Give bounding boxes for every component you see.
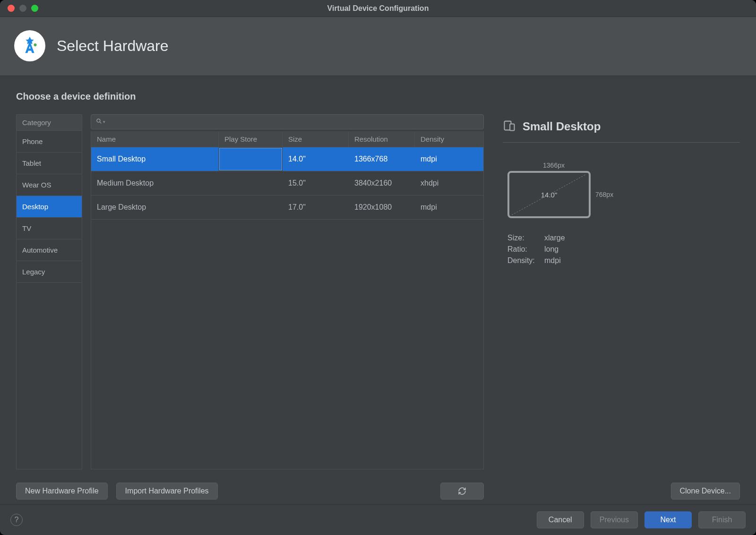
col-name[interactable]: Name bbox=[91, 131, 219, 147]
page-title: Select Hardware bbox=[57, 37, 169, 55]
col-size[interactable]: Size bbox=[283, 131, 349, 147]
content: Category Phone Tablet Wear OS Desktop TV… bbox=[16, 114, 740, 504]
category-item-automotive[interactable]: Automotive bbox=[17, 239, 82, 261]
prop-ratio-label: Ratio: bbox=[507, 244, 544, 255]
table-row[interactable]: Large Desktop 17.0" 1920x1080 mdpi bbox=[91, 195, 483, 220]
cell-name: Medium Desktop bbox=[91, 171, 219, 195]
device-rect: 14.0" bbox=[507, 171, 591, 218]
left-pane: Category Phone Tablet Wear OS Desktop TV… bbox=[16, 114, 484, 504]
category-item-wear-os[interactable]: Wear OS bbox=[17, 174, 82, 196]
detail-header: Small Desktop bbox=[503, 119, 740, 143]
cell-size: 17.0" bbox=[283, 195, 349, 219]
category-item-tv[interactable]: TV bbox=[17, 218, 82, 239]
device-table: Name Play Store Size Resolution Density … bbox=[91, 131, 484, 469]
category-item-legacy[interactable]: Legacy bbox=[17, 261, 82, 283]
cell-play-store bbox=[219, 171, 283, 195]
category-item-tablet[interactable]: Tablet bbox=[17, 153, 82, 174]
device-table-area: ▾ Name Play Store Size Resolution Densit… bbox=[91, 114, 484, 469]
window-title: Virtual Device Configuration bbox=[0, 4, 756, 13]
cell-name: Small Desktop bbox=[91, 147, 219, 171]
help-icon: ? bbox=[15, 516, 19, 524]
col-density[interactable]: Density bbox=[415, 131, 483, 147]
svg-point-0 bbox=[34, 43, 36, 46]
window: Virtual Device Configuration Select Hard… bbox=[0, 0, 756, 535]
category-list: Category Phone Tablet Wear OS Desktop TV… bbox=[16, 114, 82, 469]
col-resolution[interactable]: Resolution bbox=[349, 131, 415, 147]
search-icon bbox=[96, 118, 102, 126]
cell-size: 15.0" bbox=[283, 171, 349, 195]
cell-size: 14.0" bbox=[283, 147, 349, 171]
device-diagram: 1366px 14.0" 768px bbox=[507, 161, 626, 218]
close-window-icon[interactable] bbox=[8, 5, 15, 12]
col-play-store[interactable]: Play Store bbox=[219, 131, 283, 147]
category-header: Category bbox=[17, 115, 82, 131]
prop-ratio-value: long bbox=[544, 244, 558, 255]
prop-density-label: Density: bbox=[507, 255, 544, 266]
section-title: Choose a device definition bbox=[16, 91, 740, 102]
previous-button[interactable]: Previous bbox=[591, 511, 638, 528]
cell-density: xhdpi bbox=[415, 171, 483, 195]
cell-resolution: 1366x768 bbox=[349, 147, 415, 171]
minimize-window-icon[interactable] bbox=[19, 5, 26, 12]
new-hardware-profile-button[interactable]: New Hardware Profile bbox=[16, 483, 108, 500]
detail-props: Size: xlarge Ratio: long Density: mdpi bbox=[507, 232, 740, 266]
cell-name: Large Desktop bbox=[91, 195, 219, 219]
next-button[interactable]: Next bbox=[644, 511, 692, 528]
cell-resolution: 3840x2160 bbox=[349, 171, 415, 195]
titlebar: Virtual Device Configuration bbox=[0, 0, 756, 17]
table-header-row: Name Play Store Size Resolution Density bbox=[91, 131, 483, 147]
svg-line-5 bbox=[512, 174, 586, 215]
cancel-button[interactable]: Cancel bbox=[537, 511, 584, 528]
category-item-phone[interactable]: Phone bbox=[17, 131, 82, 153]
maximize-window-icon[interactable] bbox=[31, 5, 38, 12]
table-row[interactable]: Medium Desktop 15.0" 3840x2160 xhdpi bbox=[91, 171, 483, 195]
svg-point-1 bbox=[97, 119, 100, 122]
prop-density-value: mdpi bbox=[544, 255, 561, 266]
wizard-footer: ? Cancel Previous Next Finish bbox=[0, 504, 756, 535]
cell-density: mdpi bbox=[415, 147, 483, 171]
finish-button[interactable]: Finish bbox=[698, 511, 746, 528]
page-header: Select Hardware bbox=[0, 17, 756, 76]
prop-size-value: xlarge bbox=[544, 232, 565, 244]
cell-density: mdpi bbox=[415, 195, 483, 219]
table-row[interactable]: Small Desktop 14.0" 1366x768 mdpi bbox=[91, 147, 483, 171]
detail-pane: Small Desktop 1366px 14.0" 768px bbox=[503, 114, 740, 504]
prop-size-label: Size: bbox=[507, 232, 544, 244]
help-button[interactable]: ? bbox=[10, 514, 23, 526]
category-item-desktop[interactable]: Desktop bbox=[17, 196, 82, 218]
svg-rect-4 bbox=[510, 124, 514, 131]
clone-device-button[interactable]: Clone Device... bbox=[671, 483, 740, 500]
svg-line-2 bbox=[100, 122, 101, 123]
body: Choose a device definition Category Phon… bbox=[0, 76, 756, 504]
devices-icon bbox=[503, 119, 516, 134]
cell-play-store bbox=[219, 195, 283, 219]
refresh-icon bbox=[458, 487, 466, 495]
search-input[interactable]: ▾ bbox=[91, 114, 484, 129]
right-buttons: Clone Device... bbox=[503, 478, 740, 504]
android-studio-icon bbox=[14, 30, 45, 61]
device-height-label: 768px bbox=[595, 191, 613, 198]
cell-resolution: 1920x1080 bbox=[349, 195, 415, 219]
import-hardware-profiles-button[interactable]: Import Hardware Profiles bbox=[116, 483, 218, 500]
left-buttons: New Hardware Profile Import Hardware Pro… bbox=[16, 478, 484, 504]
cell-play-store bbox=[219, 148, 282, 170]
window-controls bbox=[0, 5, 38, 12]
device-width-label: 1366px bbox=[512, 161, 595, 169]
search-dropdown-icon[interactable]: ▾ bbox=[103, 119, 105, 124]
detail-title: Small Desktop bbox=[523, 120, 601, 133]
refresh-button[interactable] bbox=[440, 483, 484, 500]
